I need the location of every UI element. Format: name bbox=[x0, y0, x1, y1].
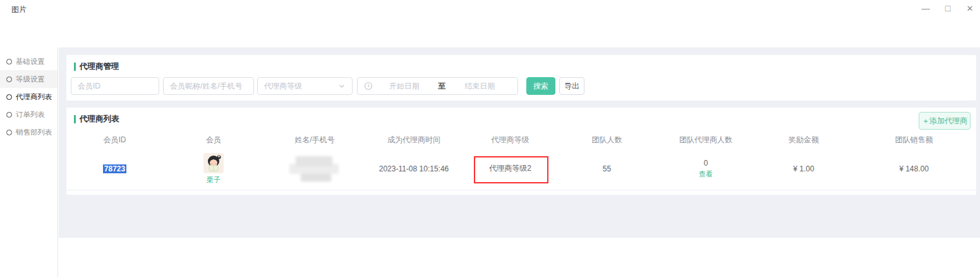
radio-icon bbox=[6, 77, 12, 82]
window-controls: — □ ✕ bbox=[919, 3, 976, 14]
section-bar bbox=[74, 115, 76, 123]
sidebar-item-sales-dept-list[interactable]: 销售部列表 bbox=[0, 123, 57, 141]
sidebar-item-order-list[interactable]: 订单列表 bbox=[0, 106, 57, 123]
radio-icon bbox=[6, 59, 12, 65]
end-date-placeholder: 结束日期 bbox=[449, 81, 512, 92]
column-header-member-id: 会员ID bbox=[66, 135, 163, 145]
agent-level-cell: 代理商等级2 bbox=[463, 163, 558, 174]
filter-card: 代理商管理 代理商等级 开始日期 至 结束日期 搜索 导出 bbox=[66, 55, 976, 101]
agent-list-section-title: 代理商列表 bbox=[66, 114, 976, 125]
member-cell: 栗子 bbox=[163, 153, 264, 185]
main-content: 代理商管理 代理商等级 开始日期 至 结束日期 搜索 导出 bbox=[59, 47, 980, 238]
filter-section-title-text: 代理商管理 bbox=[80, 61, 119, 72]
radio-icon bbox=[6, 112, 12, 118]
team-sales-cell: ¥ 148.00 bbox=[852, 164, 976, 173]
column-header-reward-amount: 奖励金额 bbox=[756, 135, 852, 145]
sidebar-item-label: 等级设置 bbox=[16, 75, 45, 84]
sidebar-item-label: 代理商列表 bbox=[16, 92, 52, 102]
start-date-placeholder: 开始日期 bbox=[373, 81, 436, 92]
table-header-row: 会员ID 会员 姓名/手机号 成为代理商时间 代理商等级 团队人数 团队代理商人… bbox=[66, 132, 976, 147]
filter-row: 代理商等级 开始日期 至 结束日期 搜索 导出 bbox=[71, 77, 969, 95]
member-id-cell: 78723 bbox=[66, 164, 163, 173]
table-row: 78723 栗子 2023- bbox=[66, 147, 976, 190]
team-agent-count-cell: 0 查看 bbox=[656, 159, 756, 179]
member-id-value: 78723 bbox=[103, 164, 126, 173]
reward-amount-cell: ¥ 1.00 bbox=[756, 164, 852, 173]
date-range-picker[interactable]: 开始日期 至 结束日期 bbox=[357, 77, 518, 95]
date-separator: 至 bbox=[436, 81, 449, 92]
sidebar-item-label: 销售部列表 bbox=[16, 128, 52, 137]
member-nickname: 栗子 bbox=[207, 175, 221, 185]
name-phone-cell bbox=[264, 155, 365, 183]
add-agent-button[interactable]: ＋添加代理商 bbox=[919, 112, 971, 130]
window-title: 图片 bbox=[11, 4, 27, 15]
sidebar-item-label: 订单列表 bbox=[16, 110, 45, 120]
column-header-join-time: 成为代理商时间 bbox=[365, 135, 463, 145]
member-search-input[interactable] bbox=[163, 77, 254, 95]
section-bar bbox=[74, 63, 76, 71]
minimize-icon[interactable]: — bbox=[919, 3, 932, 14]
clock-icon bbox=[364, 82, 373, 90]
redacted-name-blur bbox=[287, 155, 342, 183]
column-header-team-sales: 团队销售额 bbox=[852, 135, 976, 145]
member-id-input[interactable] bbox=[71, 77, 159, 95]
chevron-down-icon bbox=[338, 82, 346, 90]
column-header-name-phone: 姓名/手机号 bbox=[264, 135, 365, 145]
agent-list-section-title-text: 代理商列表 bbox=[80, 114, 119, 125]
sidebar: 基础设置 等级设置 代理商列表 订单列表 销售部列表 bbox=[0, 47, 58, 277]
column-header-level: 代理商等级 bbox=[463, 135, 558, 145]
column-header-team-count: 团队人数 bbox=[558, 135, 656, 145]
filter-section-title: 代理商管理 bbox=[74, 61, 969, 72]
sidebar-item-basic-settings[interactable]: 基础设置 bbox=[0, 52, 57, 70]
agent-level-select-placeholder: 代理商等级 bbox=[264, 81, 302, 92]
column-header-team-agent-count: 团队代理商人数 bbox=[656, 135, 756, 145]
export-button[interactable]: 导出 bbox=[559, 77, 584, 95]
sidebar-item-agent-list[interactable]: 代理商列表 bbox=[0, 88, 57, 106]
radio-icon bbox=[6, 130, 12, 135]
close-icon[interactable]: ✕ bbox=[964, 3, 976, 14]
search-button[interactable]: 搜索 bbox=[526, 77, 555, 95]
avatar bbox=[203, 153, 224, 173]
sidebar-item-level-settings[interactable]: 等级设置 bbox=[0, 70, 57, 88]
column-header-member: 会员 bbox=[163, 135, 264, 145]
team-count-cell: 55 bbox=[558, 164, 656, 173]
view-link[interactable]: 查看 bbox=[656, 169, 756, 179]
team-agent-count-value: 0 bbox=[704, 159, 708, 168]
sidebar-item-label: 基础设置 bbox=[16, 57, 45, 66]
radio-icon bbox=[6, 94, 12, 100]
join-time-cell: 2023-11-08 10:15:46 bbox=[365, 164, 463, 173]
agent-level-select[interactable]: 代理商等级 bbox=[257, 77, 353, 95]
agent-list-card: 代理商列表 ＋添加代理商 会员ID 会员 姓名/手机号 成为代理商时间 代理商等… bbox=[66, 108, 976, 195]
maximize-icon[interactable]: □ bbox=[941, 3, 954, 14]
